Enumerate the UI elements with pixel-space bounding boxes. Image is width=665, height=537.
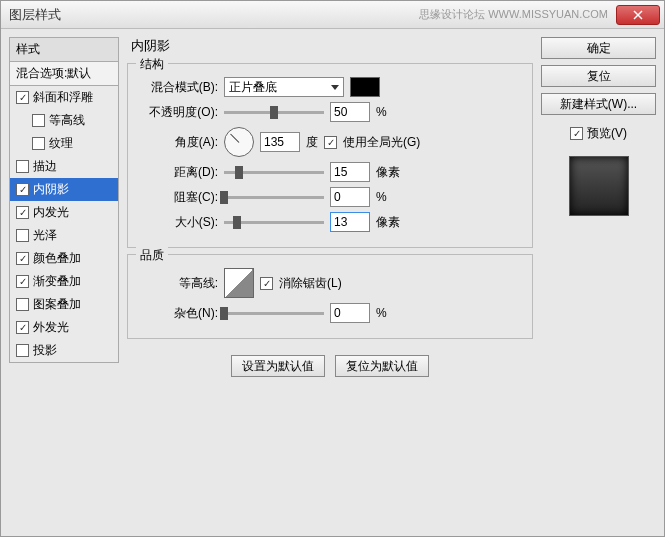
style-label: 颜色叠加	[33, 250, 81, 267]
size-slider[interactable]	[224, 221, 324, 224]
style-item-2[interactable]: 纹理	[10, 132, 118, 155]
style-item-5[interactable]: 内发光	[10, 201, 118, 224]
style-item-1[interactable]: 等高线	[10, 109, 118, 132]
style-label: 光泽	[33, 227, 57, 244]
style-checkbox[interactable]	[16, 229, 29, 242]
style-label: 内阴影	[33, 181, 69, 198]
style-checkbox[interactable]	[16, 344, 29, 357]
style-item-8[interactable]: 渐变叠加	[10, 270, 118, 293]
noise-field[interactable]	[330, 303, 370, 323]
main-area: 样式 混合选项:默认 斜面和浮雕等高线纹理描边内阴影内发光光泽颜色叠加渐变叠加图…	[1, 29, 664, 536]
size-unit: 像素	[376, 214, 400, 231]
opacity-field[interactable]	[330, 102, 370, 122]
style-checkbox[interactable]	[16, 275, 29, 288]
shadow-color-swatch[interactable]	[350, 77, 380, 97]
structure-group: 结构 混合模式(B): 正片叠底 不透明度(O): % 角度(A): 度	[127, 63, 533, 248]
style-item-11[interactable]: 投影	[10, 339, 118, 362]
style-label: 图案叠加	[33, 296, 81, 313]
style-checkbox[interactable]	[32, 114, 45, 127]
style-checkbox[interactable]	[32, 137, 45, 150]
style-list: 斜面和浮雕等高线纹理描边内阴影内发光光泽颜色叠加渐变叠加图案叠加外发光投影	[9, 86, 119, 363]
contour-swatch[interactable]	[224, 268, 254, 298]
settings-panel: 内阴影 结构 混合模式(B): 正片叠底 不透明度(O): % 角度(A):	[127, 37, 533, 528]
layer-style-dialog: 图层样式 思缘设计论坛 WWW.MISSYUAN.COM 样式 混合选项:默认 …	[0, 0, 665, 537]
style-item-7[interactable]: 颜色叠加	[10, 247, 118, 270]
close-icon	[633, 10, 643, 20]
style-label: 等高线	[49, 112, 85, 129]
angle-knob[interactable]	[224, 127, 254, 157]
size-label: 大小(S):	[138, 214, 218, 231]
style-checkbox[interactable]	[16, 252, 29, 265]
size-field[interactable]	[330, 212, 370, 232]
style-checkbox[interactable]	[16, 183, 29, 196]
noise-slider[interactable]	[224, 312, 324, 315]
angle-field[interactable]	[260, 132, 300, 152]
new-style-button[interactable]: 新建样式(W)...	[541, 93, 656, 115]
preview-checkbox[interactable]	[570, 127, 583, 140]
style-label: 外发光	[33, 319, 69, 336]
style-label: 斜面和浮雕	[33, 89, 93, 106]
style-item-3[interactable]: 描边	[10, 155, 118, 178]
style-checkbox[interactable]	[16, 321, 29, 334]
style-label: 渐变叠加	[33, 273, 81, 290]
titlebar: 图层样式 思缘设计论坛 WWW.MISSYUAN.COM	[1, 1, 664, 29]
antialias-label: 消除锯齿(L)	[279, 275, 342, 292]
structure-label: 结构	[136, 56, 168, 73]
close-button[interactable]	[616, 5, 660, 25]
distance-slider[interactable]	[224, 171, 324, 174]
distance-label: 距离(D):	[138, 164, 218, 181]
antialias-checkbox[interactable]	[260, 277, 273, 290]
noise-unit: %	[376, 306, 387, 320]
style-checkbox[interactable]	[16, 206, 29, 219]
choke-field[interactable]	[330, 187, 370, 207]
contour-label: 等高线:	[138, 275, 218, 292]
ok-button[interactable]: 确定	[541, 37, 656, 59]
style-header[interactable]: 样式	[9, 37, 119, 62]
panel-title: 内阴影	[127, 37, 533, 55]
style-item-0[interactable]: 斜面和浮雕	[10, 86, 118, 109]
global-light-label: 使用全局光(G)	[343, 134, 420, 151]
preview-box	[569, 156, 629, 216]
style-label: 描边	[33, 158, 57, 175]
angle-label: 角度(A):	[138, 134, 218, 151]
style-checkbox[interactable]	[16, 91, 29, 104]
style-list-panel: 样式 混合选项:默认 斜面和浮雕等高线纹理描边内阴影内发光光泽颜色叠加渐变叠加图…	[9, 37, 119, 528]
noise-label: 杂色(N):	[138, 305, 218, 322]
opacity-slider[interactable]	[224, 111, 324, 114]
style-checkbox[interactable]	[16, 298, 29, 311]
quality-group: 品质 等高线: 消除锯齿(L) 杂色(N): %	[127, 254, 533, 339]
choke-unit: %	[376, 190, 387, 204]
angle-unit: 度	[306, 134, 318, 151]
style-label: 投影	[33, 342, 57, 359]
style-item-6[interactable]: 光泽	[10, 224, 118, 247]
blend-options[interactable]: 混合选项:默认	[9, 62, 119, 86]
preview-label: 预览(V)	[587, 125, 627, 142]
style-item-9[interactable]: 图案叠加	[10, 293, 118, 316]
set-default-button[interactable]: 设置为默认值	[231, 355, 325, 377]
distance-field[interactable]	[330, 162, 370, 182]
style-label: 纹理	[49, 135, 73, 152]
right-panel: 确定 复位 新建样式(W)... 预览(V)	[541, 37, 656, 528]
global-light-checkbox[interactable]	[324, 136, 337, 149]
choke-slider[interactable]	[224, 196, 324, 199]
quality-label: 品质	[136, 247, 168, 264]
opacity-label: 不透明度(O):	[138, 104, 218, 121]
choke-label: 阻塞(C):	[138, 189, 218, 206]
style-label: 内发光	[33, 204, 69, 221]
distance-unit: 像素	[376, 164, 400, 181]
opacity-unit: %	[376, 105, 387, 119]
blend-mode-label: 混合模式(B):	[138, 79, 218, 96]
window-title: 图层样式	[5, 6, 419, 24]
watermark: 思缘设计论坛 WWW.MISSYUAN.COM	[419, 7, 608, 22]
blend-mode-select[interactable]: 正片叠底	[224, 77, 344, 97]
reset-default-button[interactable]: 复位为默认值	[335, 355, 429, 377]
cancel-button[interactable]: 复位	[541, 65, 656, 87]
style-checkbox[interactable]	[16, 160, 29, 173]
style-item-4[interactable]: 内阴影	[10, 178, 118, 201]
style-item-10[interactable]: 外发光	[10, 316, 118, 339]
